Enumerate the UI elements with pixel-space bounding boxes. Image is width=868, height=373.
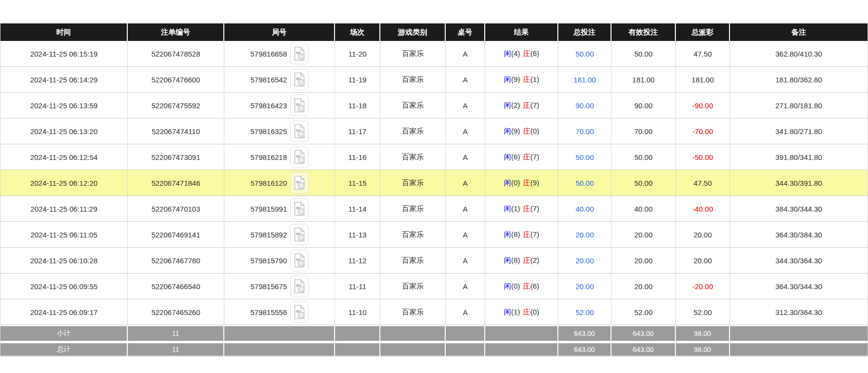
- video-replay-button[interactable]: [290, 301, 309, 323]
- total-bet-link[interactable]: 181.00: [573, 76, 596, 84]
- cell-session: 11-18: [335, 93, 380, 118]
- summary-empty-table: [446, 325, 485, 341]
- banker-label: 庄: [523, 256, 531, 264]
- column-header-round_no: 局号: [224, 23, 335, 41]
- summary-row: 小计 11 643.00 643.00 98.00: [0, 325, 868, 341]
- total-bet-link[interactable]: 40.00: [575, 205, 594, 213]
- summary-valid-bet: 643.00: [612, 341, 676, 356]
- total-bet-link[interactable]: 50.00: [575, 153, 594, 161]
- cell-table-number: A: [446, 248, 485, 274]
- video-replay-button[interactable]: [290, 120, 309, 142]
- video-replay-button[interactable]: [290, 172, 309, 194]
- player-score: (1): [511, 308, 520, 316]
- cell-game-type: 百家乐: [380, 248, 446, 274]
- cell-remark: 364.30/384.30: [730, 222, 868, 248]
- total-bet-link[interactable]: 90.00: [575, 101, 594, 110]
- cell-remark: 341.80/271.80: [730, 118, 868, 144]
- total-bet-link[interactable]: 50.00: [575, 179, 594, 187]
- cell-bet-number: 522067465260: [128, 299, 224, 325]
- total-bet-link[interactable]: 50.00: [575, 50, 594, 58]
- round-number: 579815556: [250, 308, 287, 316]
- video-replay-button[interactable]: [290, 43, 309, 64]
- player-label: 闲: [504, 153, 511, 161]
- total-bet-link[interactable]: 20.00: [575, 231, 594, 239]
- video-replay-button[interactable]: [290, 198, 309, 219]
- summary-label: 总计: [0, 341, 128, 356]
- summary-total-bet: 643.00: [558, 325, 612, 341]
- cell-session: 11-12: [335, 248, 380, 274]
- video-replay-button[interactable]: [290, 224, 309, 245]
- player-label: 闲: [504, 282, 511, 290]
- cell-table-number: A: [446, 222, 485, 248]
- cell-payout: -90.00: [676, 93, 730, 118]
- cell-round: 579815892: [224, 222, 335, 248]
- total-bet-link[interactable]: 20.00: [575, 256, 594, 265]
- video-replay-button[interactable]: [290, 146, 309, 168]
- cell-session: 11-17: [335, 118, 380, 144]
- cell-round: 579816423: [224, 93, 335, 118]
- banker-label: 庄: [523, 308, 531, 316]
- cell-table-number: A: [446, 299, 485, 325]
- banker-score: (0): [531, 308, 539, 316]
- column-header-result: 结果: [485, 23, 558, 41]
- cell-session: 11-13: [335, 222, 380, 248]
- banker-label: 庄: [523, 204, 531, 213]
- player-label: 闲: [504, 230, 511, 238]
- player-label: 闲: [504, 49, 511, 58]
- video-replay-button[interactable]: [290, 95, 309, 116]
- banker-label: 庄: [523, 127, 531, 135]
- column-header-time: 时间: [0, 23, 128, 41]
- cell-remark: 344.30/391.80: [730, 170, 868, 196]
- total-bet-link[interactable]: 70.00: [575, 127, 594, 136]
- video-replay-button[interactable]: [290, 69, 309, 90]
- player-label: 闲: [504, 101, 511, 109]
- summary-empty-remark: [730, 341, 868, 356]
- cell-total-bet: 20.00: [558, 274, 612, 299]
- player-score: (8): [511, 256, 520, 264]
- cell-payout: 181.00: [676, 67, 730, 93]
- banker-label: 庄: [523, 75, 531, 83]
- video-replay-button[interactable]: [290, 275, 309, 297]
- cell-session: 11-20: [335, 41, 380, 67]
- summary-empty-game: [380, 341, 446, 356]
- summary-count: 11: [128, 341, 224, 356]
- cell-time: 2024-11-25 06:13:59: [0, 93, 128, 118]
- round-number: 579816423: [250, 101, 287, 110]
- cell-result: 闲(8)庄(7): [485, 222, 558, 248]
- summary-payout: 98.00: [676, 325, 730, 341]
- cell-round: 579816542: [224, 67, 335, 93]
- cell-table-number: A: [446, 144, 485, 170]
- cell-bet-number: 522067470103: [128, 196, 224, 222]
- summary-count: 11: [128, 325, 224, 341]
- banker-score: (0): [531, 127, 539, 135]
- cell-time: 2024-11-25 06:14:29: [0, 67, 128, 93]
- cell-valid-bet: 50.00: [612, 170, 676, 196]
- cell-table-number: A: [446, 41, 485, 67]
- cell-round: 579816218: [224, 144, 335, 170]
- cell-result: 闲(6)庄(7): [485, 144, 558, 170]
- round-number: 579815991: [250, 205, 287, 213]
- cell-table-number: A: [446, 67, 485, 93]
- table-row: 2024-11-25 06:11:29 522067470103 5798159…: [0, 196, 868, 222]
- banker-score: (7): [531, 101, 539, 109]
- cell-game-type: 百家乐: [380, 41, 446, 67]
- video-file-icon: [294, 98, 305, 114]
- banker-score: (7): [531, 153, 539, 161]
- cell-table-number: A: [446, 118, 485, 144]
- player-score: (8): [511, 230, 520, 238]
- total-bet-link[interactable]: 20.00: [575, 282, 594, 291]
- summary-payout: 98.00: [676, 341, 730, 356]
- cell-time: 2024-11-25 06:11:29: [0, 196, 128, 222]
- player-label: 闲: [504, 204, 511, 213]
- cell-round: 579815991: [224, 196, 335, 222]
- cell-valid-bet: 20.00: [612, 274, 676, 299]
- cell-bet-number: 522067466540: [128, 274, 224, 299]
- player-score: (4): [511, 49, 520, 58]
- video-file-icon: [294, 46, 305, 62]
- banker-score: (2): [531, 256, 539, 264]
- total-bet-link[interactable]: 52.00: [575, 308, 594, 316]
- cell-result: 闲(9)庄(1): [485, 67, 558, 93]
- round-number: 579816120: [250, 179, 287, 187]
- records-body: 2024-11-25 06:15:19 522067478528 5798166…: [0, 41, 868, 356]
- video-replay-button[interactable]: [290, 250, 309, 271]
